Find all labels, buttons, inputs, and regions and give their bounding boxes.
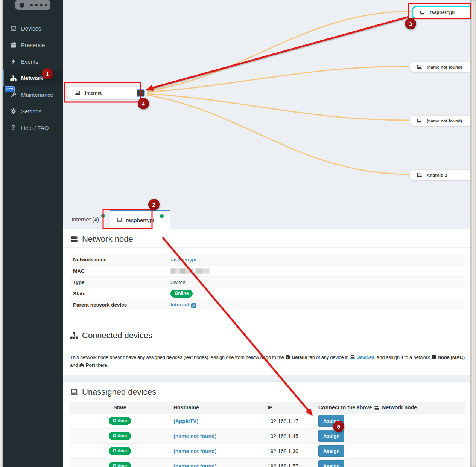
- divider: [63, 344, 470, 344]
- table-row: MAC: [70, 265, 465, 276]
- sitemap-icon: [10, 75, 17, 81]
- field-label: State: [73, 291, 170, 296]
- assign-button[interactable]: Assign: [318, 430, 344, 442]
- sidebar-item-label: Maintenance: [21, 92, 53, 98]
- network-node-title: Network node: [70, 229, 465, 244]
- topology-node-internet[interactable]: Internet −: [67, 86, 147, 99]
- status-badge: Online: [109, 462, 131, 467]
- assign-button[interactable]: Assign: [318, 460, 344, 467]
- tab-raspberrypi[interactable]: raspberrypi: [110, 210, 170, 229]
- wrench-icon: [10, 92, 17, 98]
- laptop-icon: [350, 354, 355, 360]
- node-label: (name not found): [427, 119, 462, 123]
- node-details-table: Network node raspberrypi MAC Type Switch…: [70, 254, 465, 310]
- bolt-icon: [10, 58, 17, 65]
- gear-icon: [10, 108, 17, 114]
- app-logo: [15, 0, 50, 10]
- sitemap-icon: [70, 331, 78, 340]
- online-dot-icon: [101, 214, 105, 218]
- devices-link[interactable]: Devices: [356, 354, 374, 360]
- hostname-link[interactable]: (name not found): [173, 448, 216, 454]
- node-label: Internet: [85, 90, 102, 96]
- collapse-node-button[interactable]: −: [137, 90, 144, 96]
- sidebar-item-label: Events: [21, 58, 38, 65]
- table-row: Online (name not found) 192.168.1.45 Ass…: [70, 428, 465, 443]
- table-row: Online (name not found) 192.168.1.57 Ass…: [70, 458, 465, 467]
- field-label: Type: [73, 279, 170, 285]
- sidebar: Devices Presence Events Network Maintena…: [3, 0, 63, 467]
- online-dot-icon: [160, 214, 164, 218]
- col-hostname: Hostname: [170, 404, 268, 411]
- network-page: { "sidebar": { "items": [ {"label": "Dev…: [0, 0, 476, 467]
- step-marker-3: 3: [405, 18, 416, 29]
- ethernet-icon: [79, 362, 84, 368]
- laptop-icon: [75, 90, 81, 96]
- status-badge: Online: [109, 417, 131, 424]
- hostname-link[interactable]: (name not found): [173, 463, 216, 467]
- table-row: Online (AppleTV) 192.168.1.17 Assign: [70, 413, 465, 428]
- sidebar-item-label: Presence: [21, 42, 45, 48]
- parent-device-link[interactable]: Internet: [170, 302, 196, 307]
- status-badge: Online: [170, 290, 193, 297]
- sidebar-item-devices[interactable]: Devices: [3, 20, 63, 37]
- field-label: Network node: [73, 257, 170, 262]
- table-row: Online (name not found) 192.168.1.30 Ass…: [70, 443, 465, 458]
- laptop-icon: [417, 118, 422, 124]
- server-icon: [70, 235, 78, 243]
- mac-redacted-value: [170, 268, 210, 274]
- node-tabs: Internet (4) raspberrypi: [63, 210, 170, 229]
- server-icon: [431, 354, 436, 360]
- sidebar-item-network[interactable]: Network: [3, 70, 63, 86]
- col-ip: IP: [268, 404, 318, 411]
- hostname-link[interactable]: (AppleTV): [173, 418, 198, 424]
- unassigned-devices-title: Unassigned devices: [70, 382, 465, 397]
- laptop-icon: [70, 388, 78, 396]
- table-row: Network node raspberrypi: [70, 254, 465, 265]
- node-label: (name not found): [427, 65, 462, 69]
- laptop-icon: [420, 10, 425, 15]
- table-row: Parent network device Internet: [70, 299, 465, 310]
- laptop-icon: [10, 25, 17, 32]
- field-label: MAC: [73, 268, 170, 274]
- step-marker-2: 2: [148, 199, 160, 210]
- unassigned-devices-table: State Hostname IP Connect to the above N…: [70, 402, 465, 467]
- external-link-icon: [191, 303, 196, 308]
- col-connect: Connect to the above Network node: [318, 404, 465, 411]
- network-node-panel: Network node Network node raspberrypi MA…: [63, 229, 470, 375]
- step-marker-1: 1: [42, 68, 53, 79]
- topology-node-android-2[interactable]: Android-2: [409, 169, 470, 180]
- unassigned-devices-panel: Unassigned devices State Hostname IP Con…: [63, 382, 470, 467]
- divider: [63, 247, 470, 248]
- sidebar-item-settings[interactable]: Settings: [3, 103, 63, 119]
- main-content: Internet − raspberrypi (name not found) …: [63, 0, 470, 467]
- topology-node-unnamed-2[interactable]: (name not found): [409, 115, 470, 126]
- topology-node-raspberrypi[interactable]: raspberrypi: [412, 6, 470, 19]
- sidebar-item-label: Devices: [21, 25, 41, 32]
- calendar-icon: [10, 42, 17, 48]
- node-label: raspberrypi: [430, 10, 455, 15]
- topology-node-unnamed-1[interactable]: (name not found): [409, 61, 470, 72]
- step-marker-5: 5: [333, 421, 344, 432]
- sidebar-item-help[interactable]: ? Help / FAQ: [3, 119, 63, 136]
- info-circle-icon: [285, 354, 290, 360]
- hostname-link[interactable]: (name not found): [173, 433, 216, 439]
- question-icon: ?: [10, 125, 17, 131]
- ip-value: 192.168.1.17: [268, 418, 318, 424]
- tab-label: raspberrypi: [126, 217, 154, 223]
- sidebar-item-presence[interactable]: Presence: [3, 37, 63, 53]
- table-row: Type Switch: [70, 276, 465, 288]
- node-name-link[interactable]: raspberrypi: [170, 257, 196, 262]
- table-header-row: State Hostname IP Connect to the above N…: [70, 402, 465, 413]
- laptop-icon: [116, 217, 123, 223]
- ip-value: 192.168.1.45: [268, 433, 318, 439]
- node-label: Android-2: [427, 173, 447, 177]
- laptop-icon: [417, 64, 422, 70]
- assign-button[interactable]: Assign: [318, 445, 344, 457]
- table-row: State Online: [70, 288, 465, 299]
- desktop-texture-right: [470, 0, 476, 467]
- sidebar-item-events[interactable]: Events: [3, 53, 63, 70]
- tab-internet[interactable]: Internet (4): [66, 210, 110, 229]
- new-badge: NEW: [5, 86, 15, 92]
- desktop-texture-left: [0, 0, 3, 467]
- status-badge: Online: [109, 447, 131, 455]
